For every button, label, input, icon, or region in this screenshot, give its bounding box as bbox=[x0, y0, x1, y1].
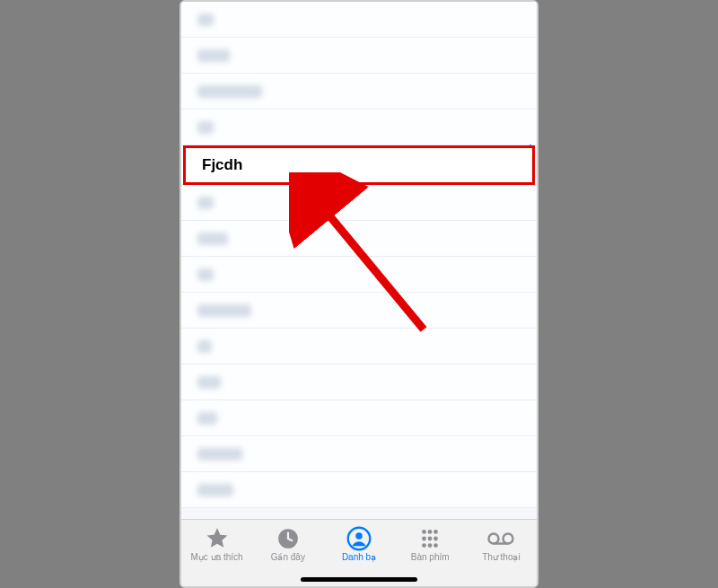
star-icon bbox=[205, 526, 230, 551]
tab-voicemail[interactable]: Thư thoại bbox=[466, 525, 537, 562]
svg-point-7 bbox=[422, 537, 426, 541]
person-circle-icon bbox=[346, 526, 372, 551]
list-item[interactable] bbox=[181, 364, 537, 400]
list-item[interactable] bbox=[181, 329, 537, 364]
svg-point-11 bbox=[428, 543, 433, 548]
list-item[interactable] bbox=[181, 185, 537, 221]
tab-label: Mục ưa thích bbox=[181, 552, 252, 562]
svg-point-4 bbox=[422, 530, 426, 534]
list-item[interactable] bbox=[181, 2, 537, 38]
svg-point-12 bbox=[433, 543, 438, 548]
phone-screen: Fjcdh Ô Ơ P Mục ưa thích bbox=[180, 0, 538, 588]
home-indicator[interactable] bbox=[301, 577, 417, 582]
list-item[interactable] bbox=[181, 110, 537, 145]
contacts-list[interactable]: Fjcdh Ô Ơ P bbox=[181, 2, 537, 519]
keypad-icon bbox=[418, 527, 442, 550]
voicemail-icon bbox=[486, 527, 515, 550]
svg-point-9 bbox=[433, 537, 438, 541]
list-item[interactable] bbox=[181, 436, 537, 472]
svg-point-13 bbox=[489, 534, 499, 544]
tab-bar: Mục ưa thích Gần đây Danh bạ bbox=[181, 519, 537, 586]
svg-point-8 bbox=[428, 537, 433, 541]
contact-name: Fjcdh bbox=[202, 156, 242, 174]
clock-icon bbox=[276, 527, 300, 550]
list-item[interactable] bbox=[181, 221, 537, 257]
tab-label: Gần đây bbox=[252, 552, 323, 562]
svg-point-6 bbox=[433, 530, 438, 534]
list-item[interactable] bbox=[181, 400, 537, 436]
tab-keypad[interactable]: Bàn phím bbox=[395, 525, 466, 562]
tab-label: Danh bạ bbox=[323, 552, 394, 562]
list-item[interactable] bbox=[181, 472, 537, 508]
svg-point-10 bbox=[422, 543, 426, 548]
highlighted-contact-row[interactable]: Fjcdh bbox=[183, 145, 535, 185]
list-item[interactable] bbox=[181, 74, 537, 110]
tab-contacts[interactable]: Danh bạ bbox=[323, 525, 394, 562]
tab-favorites[interactable]: Mục ưa thích bbox=[181, 525, 252, 562]
svg-point-5 bbox=[428, 530, 433, 534]
list-item[interactable] bbox=[181, 257, 537, 293]
svg-point-14 bbox=[503, 534, 513, 544]
list-item[interactable] bbox=[181, 38, 537, 74]
tab-recents[interactable]: Gần đây bbox=[252, 525, 323, 562]
svg-point-3 bbox=[355, 532, 362, 539]
tab-label: Thư thoại bbox=[466, 552, 537, 562]
tab-label: Bàn phím bbox=[395, 552, 466, 562]
list-item[interactable] bbox=[181, 293, 537, 329]
